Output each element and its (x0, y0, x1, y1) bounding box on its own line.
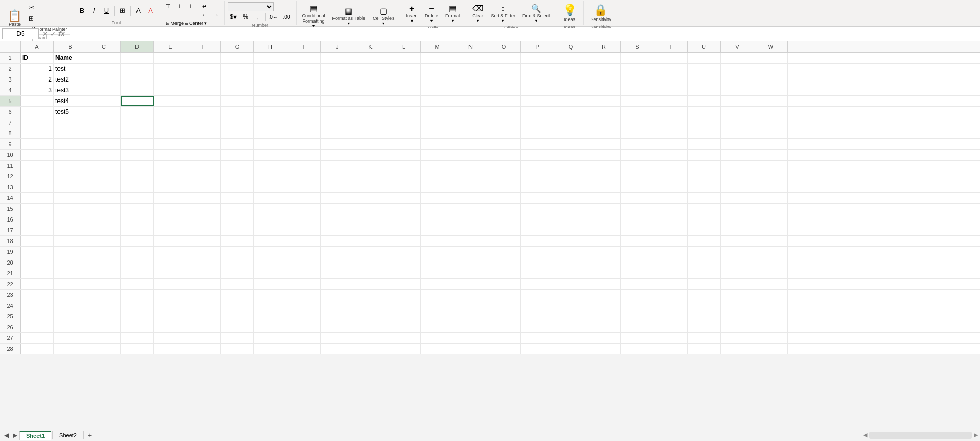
cell-o19[interactable] (487, 247, 521, 257)
cell-s22[interactable] (621, 279, 654, 289)
cell-t27[interactable] (654, 333, 688, 343)
cell-g1[interactable] (221, 53, 254, 63)
cell-m2[interactable] (421, 64, 454, 74)
row-number[interactable]: 6 (0, 107, 21, 117)
cell-j9[interactable] (321, 139, 354, 149)
cell-m5[interactable] (421, 96, 454, 106)
cell-p13[interactable] (521, 182, 554, 192)
cell-b17[interactable] (54, 225, 87, 235)
cell-w2[interactable] (754, 64, 788, 74)
row-number[interactable]: 28 (0, 344, 21, 354)
cell-m16[interactable] (421, 214, 454, 225)
cell-j21[interactable] (321, 268, 354, 278)
format-button[interactable]: ▤ Format ▾ (443, 2, 463, 25)
cell-u1[interactable] (688, 53, 721, 63)
cell-t18[interactable] (654, 236, 688, 246)
cell-l10[interactable] (387, 150, 421, 160)
cell-n8[interactable] (454, 128, 487, 138)
cell-a14[interactable] (21, 193, 54, 203)
cell-a2[interactable]: 1 (21, 64, 54, 74)
cell-i11[interactable] (287, 161, 321, 171)
cell-o12[interactable] (487, 171, 521, 182)
cell-k21[interactable] (354, 268, 387, 278)
cell-b21[interactable] (54, 268, 87, 278)
cell-a19[interactable] (21, 247, 54, 257)
cell-p15[interactable] (521, 204, 554, 214)
cell-o14[interactable] (487, 193, 521, 203)
cell-k14[interactable] (354, 193, 387, 203)
cell-o7[interactable] (487, 117, 521, 128)
cell-u24[interactable] (688, 300, 721, 311)
cell-t19[interactable] (654, 247, 688, 257)
cell-f19[interactable] (187, 247, 221, 257)
cell-h22[interactable] (254, 279, 287, 289)
cell-o15[interactable] (487, 204, 521, 214)
borders-button[interactable]: ⊞ (117, 5, 128, 16)
cell-b10[interactable] (54, 150, 87, 160)
cell-j18[interactable] (321, 236, 354, 246)
cell-l6[interactable] (387, 107, 421, 117)
bold-button[interactable]: B (76, 5, 88, 16)
cell-j22[interactable] (321, 279, 354, 289)
cell-t2[interactable] (654, 64, 688, 74)
currency-button[interactable]: $▾ (228, 12, 239, 22)
cell-p22[interactable] (521, 279, 554, 289)
cell-f13[interactable] (187, 182, 221, 192)
cell-k7[interactable] (354, 117, 387, 128)
col-header-C[interactable]: C (87, 41, 121, 52)
cell-g17[interactable] (221, 225, 254, 235)
cell-m23[interactable] (421, 290, 454, 300)
cell-w18[interactable] (754, 236, 788, 246)
cell-k20[interactable] (354, 257, 387, 268)
cell-s24[interactable] (621, 300, 654, 311)
cell-i27[interactable] (287, 333, 321, 343)
cell-j1[interactable] (321, 53, 354, 63)
cell-j14[interactable] (321, 193, 354, 203)
row-number[interactable]: 25 (0, 311, 21, 322)
cell-m24[interactable] (421, 300, 454, 311)
cell-g6[interactable] (221, 107, 254, 117)
cell-i6[interactable] (287, 107, 321, 117)
cell-u28[interactable] (688, 344, 721, 354)
cell-b19[interactable] (54, 247, 87, 257)
cell-l12[interactable] (387, 171, 421, 182)
cell-s11[interactable] (621, 161, 654, 171)
cell-k8[interactable] (354, 128, 387, 138)
cell-f8[interactable] (187, 128, 221, 138)
cell-t17[interactable] (654, 225, 688, 235)
cell-r7[interactable] (587, 117, 621, 128)
col-header-K[interactable]: K (354, 41, 387, 52)
cell-m11[interactable] (421, 161, 454, 171)
conditional-formatting-button[interactable]: ▤ ConditionalFormatting ▾ (300, 2, 328, 30)
cell-p3[interactable] (521, 74, 554, 85)
cell-w21[interactable] (754, 268, 788, 278)
col-header-W[interactable]: W (754, 41, 788, 52)
cell-d8[interactable] (121, 128, 154, 138)
cell-n7[interactable] (454, 117, 487, 128)
cell-a28[interactable] (21, 344, 54, 354)
cell-n20[interactable] (454, 257, 487, 268)
cell-q24[interactable] (554, 300, 587, 311)
cell-m20[interactable] (421, 257, 454, 268)
cell-v1[interactable] (721, 53, 754, 63)
ideas-button[interactable]: 💡 Ideas (559, 2, 580, 24)
cell-q2[interactable] (554, 64, 587, 74)
cell-g15[interactable] (221, 204, 254, 214)
cell-r21[interactable] (587, 268, 621, 278)
cell-q13[interactable] (554, 182, 587, 192)
font-color-button[interactable]: A (145, 5, 156, 16)
cell-n27[interactable] (454, 333, 487, 343)
cell-i24[interactable] (287, 300, 321, 311)
cell-r11[interactable] (587, 161, 621, 171)
cell-o16[interactable] (487, 214, 521, 225)
cell-l17[interactable] (387, 225, 421, 235)
cell-q11[interactable] (554, 161, 587, 171)
cell-b24[interactable] (54, 300, 87, 311)
cell-i21[interactable] (287, 268, 321, 278)
cell-r18[interactable] (587, 236, 621, 246)
cell-k23[interactable] (354, 290, 387, 300)
align-left-button[interactable]: ≡ (163, 11, 173, 19)
cell-t20[interactable] (654, 257, 688, 268)
cell-s7[interactable] (621, 117, 654, 128)
cell-w4[interactable] (754, 85, 788, 95)
